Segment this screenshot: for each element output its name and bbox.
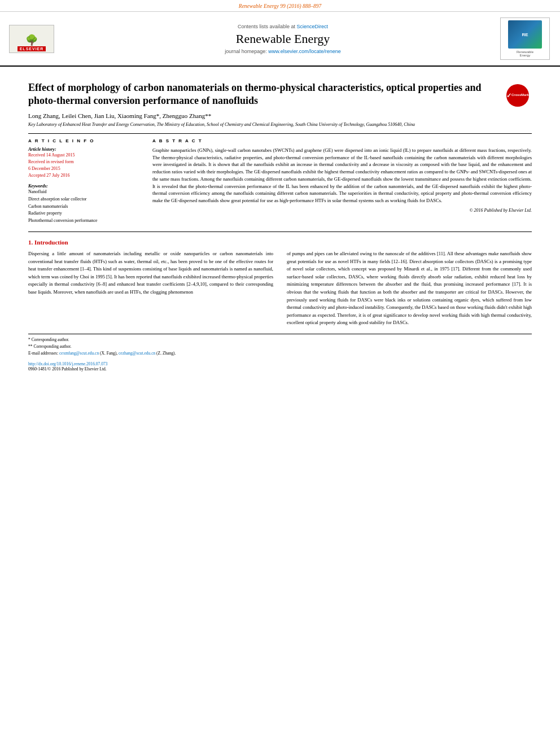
accepted-date: Accepted 27 July 2016 — [28, 172, 141, 179]
elsevier-logo: 🌳 ELSEVIER — [9, 25, 65, 53]
elsevier-tree-icon: 🌳 — [25, 35, 38, 45]
keywords-heading: Keywords: — [28, 184, 141, 189]
crossmark-badge: ✓CrossMark — [504, 81, 532, 110]
revised-label: Received in revised form — [28, 159, 141, 165]
journal-logo: RE RenewableEnergy — [500, 18, 551, 60]
abstract-text: Graphite nanoparticles (GNPs), single-wa… — [152, 147, 532, 204]
abstract-heading: A B S T R A C T — [152, 138, 532, 143]
journal-center-info: Contents lists available at ScienceDirec… — [71, 24, 495, 54]
email-1-link[interactable]: cexmfang@scut.edu.cn — [59, 351, 99, 356]
keyword-3: Carbon nanomaterials — [28, 203, 141, 211]
renewable-energy-icon: RE — [508, 20, 542, 49]
journal-homepage: journal homepage: www.elsevier.com/locat… — [71, 49, 495, 54]
footnote-star2: ** Corresponding author. — [28, 343, 532, 350]
sciencedirect-notice: Contents lists available at ScienceDirec… — [71, 24, 495, 29]
keywords-section: Keywords: Nanofluid Direct absorption so… — [28, 184, 141, 225]
revised-date: 6 December 2015 — [28, 165, 141, 172]
intro-text-col2: of pumps and pipes can be alleviated owi… — [287, 250, 532, 327]
keyword-5: Photothermal conversion performance — [28, 217, 141, 225]
journal-logo-inner: RE RenewableEnergy — [500, 18, 550, 60]
email-label: E-mail addresses: — [28, 351, 58, 356]
section-1-title: 1. Introduction — [28, 239, 532, 246]
keyword-2: Direct absorption solar collector — [28, 196, 141, 203]
journal-logo-text: RenewableEnergy — [503, 50, 547, 57]
footnotes: * Corresponding author. ** Corresponding… — [28, 334, 532, 357]
keyword-1: Nanofluid — [28, 189, 141, 196]
journal-citation-banner: Renewable Energy 99 (2016) 888–897 — [0, 0, 560, 12]
journal-title: Renewable Energy — [71, 32, 495, 46]
history-label: Article history: — [28, 147, 141, 152]
footnote-emails: E-mail addresses: cexmfang@scut.edu.cn (… — [28, 350, 532, 357]
email-2-link[interactable]: cezhang@scut.edu.cn — [119, 351, 155, 356]
doi-area: http://dx.doi.org/10.1016/j.renene.2016.… — [28, 361, 532, 372]
email1-owner: (X. Fang), — [100, 351, 117, 356]
journal-header: 🌳 ELSEVIER Contents lists available at S… — [0, 12, 560, 67]
intro-text-col1: Dispersing a little amount of nanomateri… — [28, 250, 273, 296]
article-info-abstract-row: A R T I C L E I N F O Article history: R… — [28, 133, 532, 225]
section-divider — [28, 231, 532, 232]
intro-two-col: Dispersing a little amount of nanomateri… — [28, 250, 532, 327]
intro-col-1: Dispersing a little amount of nanomateri… — [28, 250, 273, 327]
intro-col-2: of pumps and pipes can be alleviated owi… — [287, 250, 532, 327]
section-1: 1. Introduction Dispersing a little amou… — [28, 239, 532, 327]
received-date: Received 14 August 2015 — [28, 152, 141, 159]
issn-text: 0960-1481/© 2016 Published by Elsevier L… — [28, 366, 107, 372]
abstract-panel: A B S T R A C T Graphite nanoparticles (… — [152, 138, 532, 225]
paper-title-container: Effect of morphology of carbon nanomater… — [28, 81, 532, 108]
elsevier-wordmark: ELSEVIER — [18, 46, 46, 51]
homepage-url[interactable]: www.elsevier.com/locate/renene — [268, 49, 341, 54]
copyright-notice: © 2016 Published by Elsevier Ltd. — [152, 208, 532, 213]
crossmark-icon: ✓CrossMark — [506, 84, 529, 107]
article-info-heading: A R T I C L E I N F O — [28, 138, 141, 143]
affiliation-text: Key Laboratory of Enhanced Heat Transfer… — [28, 121, 532, 128]
article-info-panel: A R T I C L E I N F O Article history: R… — [28, 138, 141, 225]
paper-title-text: Effect of morphology of carbon nanomater… — [28, 82, 482, 106]
sciencedirect-link[interactable]: ScienceDirect — [297, 24, 329, 29]
keyword-4: Radiative property — [28, 210, 141, 217]
footnote-star1: * Corresponding author. — [28, 337, 532, 343]
main-content: Effect of morphology of carbon nanomater… — [0, 67, 560, 377]
doi-link[interactable]: http://dx.doi.org/10.1016/j.renene.2016.… — [28, 361, 107, 366]
citation-text: Renewable Energy 99 (2016) 888–897 — [239, 3, 321, 9]
email2-owner: (Z. Zhang). — [156, 351, 176, 356]
authors-line: Long Zhang, Leilei Chen, Jian Liu, Xiaom… — [28, 112, 532, 119]
